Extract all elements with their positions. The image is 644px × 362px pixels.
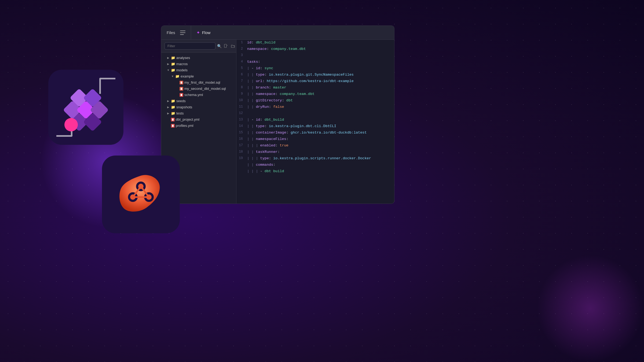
line-content-9: | | namespace: company.team.dbt <box>247 91 394 96</box>
panel-body: 🔍 <box>161 40 394 204</box>
toolbar-icons <box>223 43 236 49</box>
line-content-13: | - id: dbt_build <box>247 117 394 122</box>
code-line-21: | | | - dbt build <box>236 168 394 175</box>
line-num-2: 2 <box>236 46 247 51</box>
code-line-10: 10 | | gitDirectory: dbt <box>236 98 394 104</box>
chevron-right-icon: ▶ <box>167 106 170 109</box>
svg-point-6 <box>130 194 136 200</box>
yml-file-icon <box>171 124 175 128</box>
code-line-13: 13 | - id: dbt_build <box>236 117 394 123</box>
code-line-11: 11 | | dryRun: false <box>236 104 394 110</box>
line-num-12: 12 <box>236 111 247 115</box>
line-num-10: 10 <box>236 98 247 102</box>
tree-item-first-model[interactable]: ▶ my_first_dbt_model.sql <box>161 79 236 86</box>
line-content-4: tasks: <box>247 59 394 64</box>
flow-icon: ✦ <box>196 30 200 35</box>
code-line-2: 2 namespace: company.team.dbt <box>236 46 394 53</box>
line-num-13: 13 <box>236 117 247 121</box>
line-content-8: | | branch: master <box>247 85 394 90</box>
line-num-19: 19 <box>236 156 247 160</box>
flow-tab-label: Flow <box>202 30 211 35</box>
tab-flow[interactable]: ✦ Flow <box>191 26 216 39</box>
code-line-15: 15 | | containerImage: ghcr.io/kestra.io… <box>236 130 394 136</box>
tree-item-seeds[interactable]: ▶ 📁 seeds <box>161 98 236 104</box>
line-num-7: 7 <box>236 79 247 83</box>
line-num-3: 3 <box>236 53 247 57</box>
tree-item-schema[interactable]: ▶ schema.yml <box>161 92 236 98</box>
tree-item-macros[interactable]: ▶ 📁 macros <box>161 61 236 67</box>
tree-item-example[interactable]: ▼ 📁 example <box>161 73 236 79</box>
chevron-down-icon: ▼ <box>167 69 170 72</box>
folder-name-analyses: analyses <box>176 56 190 60</box>
line-content-12 <box>247 111 394 111</box>
line-content-2: namespace: company.team.dbt <box>247 46 394 51</box>
menu-icon[interactable] <box>180 31 185 35</box>
bracket-top-left <box>99 78 115 94</box>
folder-icon: 📁 <box>171 99 175 103</box>
line-content-6: | | type: io.kestra.plugin.git.SyncNames… <box>247 72 394 77</box>
svg-rect-9 <box>224 44 226 47</box>
code-line-14: 14 | | type: io.kestra-plugin.dbt.cli.Db… <box>236 123 394 130</box>
new-file-button[interactable] <box>223 43 229 49</box>
line-content-17: | | | enabled: true <box>247 143 394 147</box>
kestra-logo-box <box>48 70 123 145</box>
code-line-9: 9 | | namespace: company.team.dbt <box>236 91 394 98</box>
folder-icon: 📁 <box>171 62 175 66</box>
main-panel: Files ✦ Flow 🔍 <box>161 25 394 204</box>
code-line-4: 4 tasks: <box>236 59 394 65</box>
code-line-1: 1 id: dbt_build <box>236 40 394 46</box>
file-name-profiles: profiles.yml <box>176 124 193 128</box>
file-name-schema: schema.yml <box>184 93 203 97</box>
new-folder-button[interactable] <box>230 43 236 49</box>
code-line-8: 8 | | branch: master <box>236 85 394 91</box>
folder-name-example: example <box>181 74 194 78</box>
tab-files[interactable]: Files <box>161 26 191 39</box>
line-num-20 <box>236 162 247 163</box>
folder-icon: 📁 <box>175 74 180 78</box>
file-name-second-model: my_second_dbt_model.sql <box>184 87 226 91</box>
code-line-17: 17 | | | enabled: true <box>236 143 394 149</box>
panel-header: Files ✦ Flow <box>161 26 394 40</box>
folder-icon: 📁 <box>171 56 175 60</box>
tree-item-snapshots[interactable]: ▶ 📁 snapshots <box>161 104 236 110</box>
line-num-21 <box>236 169 247 169</box>
line-content-21: | | | - dbt build <box>247 169 394 173</box>
tree-item-dbt-project[interactable]: ▶ dbt_project.yml <box>161 116 236 123</box>
line-content-11: | | dryRun: false <box>247 104 394 109</box>
tree-item-profiles[interactable]: ▶ profiles.yml <box>161 123 236 129</box>
line-num-15: 15 <box>236 130 247 134</box>
tree-item-second-model[interactable]: ▶ my_second_dbt_model.sql <box>161 86 236 92</box>
code-line-19: 19 | | | type: io.kestra.plugin.scripts.… <box>236 156 394 162</box>
line-num-16: 16 <box>236 136 247 141</box>
tree-item-analyses[interactable]: ▶ 📁 analyses <box>161 55 236 61</box>
code-line-20: | | commands: <box>236 162 394 168</box>
chevron-right-icon: ▶ <box>167 62 170 66</box>
folder-icon: 📁 <box>171 105 175 109</box>
sql-file-icon <box>180 81 183 84</box>
folder-icon: 📁 <box>171 111 175 115</box>
line-content-16: | | namespaceFiles: <box>247 136 394 141</box>
line-content-10: | | gitDirectory: dbt <box>247 98 394 102</box>
dbt-logo-box <box>102 156 180 233</box>
files-tab-label: Files <box>167 30 175 35</box>
folder-name-seeds: seeds <box>176 99 186 103</box>
search-icon[interactable]: 🔍 <box>217 44 222 48</box>
yml-file-icon <box>180 93 183 97</box>
line-content-7: | | url: https://github.com/kestra-io/db… <box>247 79 394 83</box>
line-content-5: | - id: sync <box>247 66 394 70</box>
code-editor[interactable]: 1 id: dbt_build 2 namespace: company.tea… <box>236 40 394 204</box>
line-content-15: | | containerImage: ghcr.io/kestra.io/db… <box>247 130 394 135</box>
line-content-19: | | | type: io.kestra.plugin.scripts.run… <box>247 156 394 160</box>
filter-input[interactable] <box>164 42 215 50</box>
line-num-1: 1 <box>236 40 247 44</box>
sql-file-icon <box>180 87 183 91</box>
tree-item-models[interactable]: ▼ 📁 models <box>161 67 236 73</box>
line-num-5: 5 <box>236 66 247 70</box>
svg-point-8 <box>138 184 144 189</box>
chevron-right-icon: ▶ <box>167 99 170 103</box>
code-line-12: 12 <box>236 110 394 117</box>
tree-item-tests[interactable]: ▶ 📁 tests <box>161 110 236 116</box>
code-line-6: 6 | | type: io.kestra.plugin.git.SyncNam… <box>236 72 394 78</box>
code-line-18: 18 | | taskRunner: <box>236 149 394 156</box>
line-num-9: 9 <box>236 91 247 96</box>
